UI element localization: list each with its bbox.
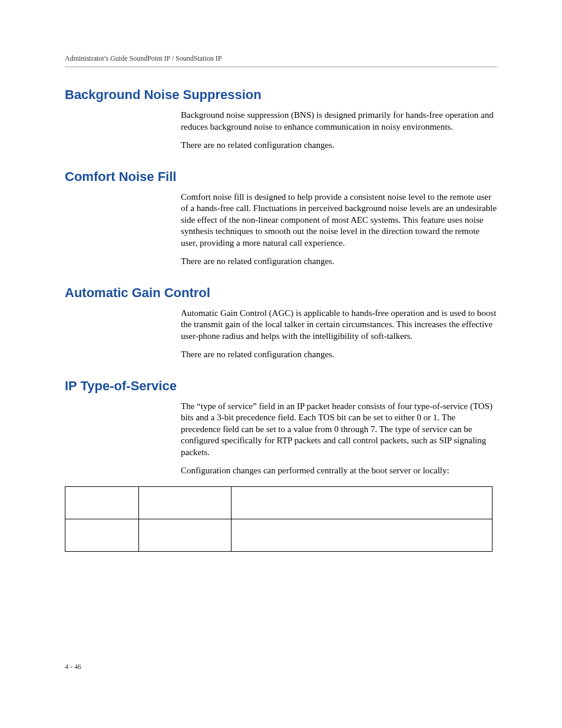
section-body: Comfort noise fill is designed to help p… [181,192,497,268]
section-agc: Automatic Gain Control Automatic Gain Co… [65,285,497,361]
section-body: Background noise suppression (BNS) is de… [181,110,497,151]
table-row [65,519,492,551]
section-heading: Background Noise Suppression [65,87,497,103]
paragraph: There are no related configuration chang… [181,256,497,268]
paragraph: Comfort noise fill is designed to help p… [181,192,497,249]
section-heading: IP Type-of-Service [65,378,497,394]
paragraph: Configuration changes can performed cent… [181,465,497,477]
section-heading: Automatic Gain Control [65,285,497,301]
section-comfort-noise: Comfort Noise Fill Comfort noise fill is… [65,169,497,268]
config-table [65,486,492,552]
section-heading: Comfort Noise Fill [65,169,497,185]
table-cell [232,519,492,551]
table-row [65,486,492,519]
page-footer: 4 - 46 [65,663,81,671]
paragraph: Automatic Gain Control (AGC) is applicab… [181,308,497,342]
paragraph: There are no related configuration chang… [181,349,497,361]
section-body: Automatic Gain Control (AGC) is applicab… [181,308,497,361]
section-bns: Background Noise Suppression Background … [65,87,497,151]
paragraph: Background noise suppression (BNS) is de… [181,110,497,133]
table-cell [65,486,139,519]
paragraph: The “type of service” field in an IP pac… [181,401,497,459]
section-body: The “type of service” field in an IP pac… [181,401,497,477]
paragraph: There are no related configuration chang… [181,140,497,151]
section-ip-tos: IP Type-of-Service The “type of service”… [65,378,497,552]
page-header: Administrator's Guide SoundPoint IP / So… [65,54,497,67]
table-cell [65,519,139,551]
table-cell [139,486,232,519]
document-page: Administrator's Guide SoundPoint IP / So… [0,0,562,728]
table-cell [139,519,232,551]
table-cell [232,486,492,519]
